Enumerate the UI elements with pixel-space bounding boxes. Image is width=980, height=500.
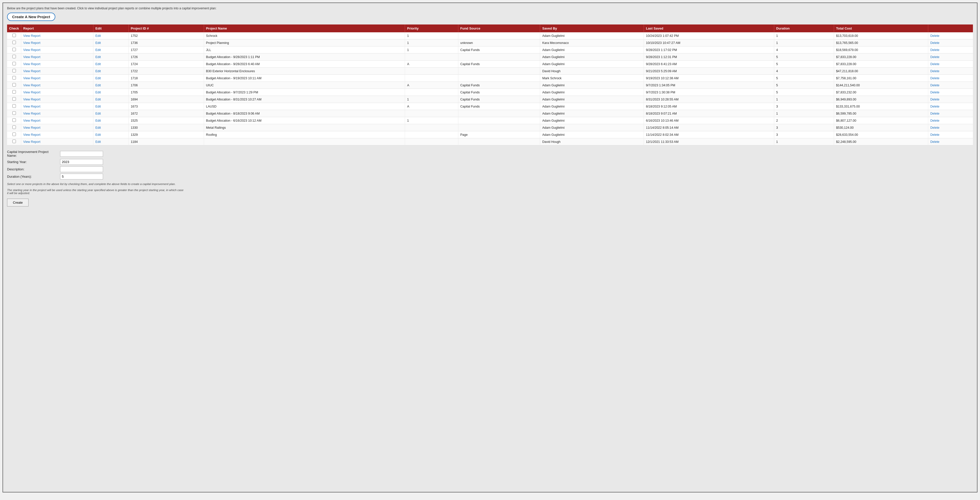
view-report-link[interactable]: View Report [23, 48, 40, 52]
edit-link[interactable]: Edit [95, 112, 101, 115]
delete-link[interactable]: Delete [930, 133, 939, 137]
row-checkbox-1694[interactable] [13, 97, 16, 101]
row-checkbox-1752[interactable] [13, 33, 16, 37]
edit-link[interactable]: Edit [95, 105, 101, 108]
view-report-link[interactable]: View Report [23, 76, 40, 80]
col-check: Check [7, 24, 21, 32]
row-fund-source [458, 68, 540, 75]
row-total-cost: $2,248,595.00 [834, 138, 928, 145]
view-report-link[interactable]: View Report [23, 140, 40, 144]
row-project-name: Budget Allocation - 9/28/2023 6:40 AM [204, 60, 405, 68]
row-checkbox-1706[interactable] [13, 83, 16, 87]
create-cip-button[interactable]: Create [7, 198, 29, 206]
create-new-project-button[interactable]: Create A New Project [7, 13, 55, 21]
edit-link[interactable]: Edit [95, 126, 101, 130]
cip-name-input[interactable] [60, 151, 103, 157]
edit-link[interactable]: Edit [95, 119, 101, 122]
cip-name-row: Capital Improvement Project Name: [7, 150, 973, 157]
row-fund-source: unknown [458, 40, 540, 46]
row-delete-cell: Delete [928, 60, 973, 68]
row-project-name: LAUSD [204, 103, 405, 110]
delete-link[interactable]: Delete [930, 126, 939, 130]
row-last-saved: 9/7/2023 1:30:38 PM [644, 89, 774, 96]
delete-link[interactable]: Delete [930, 62, 939, 66]
row-priority [405, 75, 458, 82]
row-checkbox-1726[interactable] [13, 55, 16, 58]
view-report-link[interactable]: View Report [23, 70, 40, 73]
edit-link[interactable]: Edit [95, 48, 101, 52]
row-checkbox-1184[interactable] [13, 140, 16, 143]
row-checkbox-1736[interactable] [13, 41, 16, 44]
delete-link[interactable]: Delete [930, 41, 939, 44]
row-checkbox-1525[interactable] [13, 118, 16, 122]
row-project-id: 1184 [129, 138, 204, 145]
view-report-link[interactable]: View Report [23, 119, 40, 122]
row-saved-by: David Hough [540, 138, 644, 145]
delete-link[interactable]: Delete [930, 76, 939, 80]
description-input[interactable] [60, 166, 103, 172]
view-report-link[interactable]: View Report [23, 84, 40, 87]
delete-link[interactable]: Delete [930, 140, 939, 144]
row-checkbox-1673[interactable] [13, 104, 16, 108]
delete-link[interactable]: Delete [930, 112, 939, 115]
view-report-link[interactable]: View Report [23, 34, 40, 38]
row-total-cost: $133,331,675.00 [834, 103, 928, 110]
row-checkbox-1724[interactable] [13, 62, 16, 65]
row-checkbox-1727[interactable] [13, 48, 16, 51]
edit-link[interactable]: Edit [95, 133, 101, 137]
edit-link[interactable]: Edit [95, 41, 101, 44]
row-total-cost: $6,807,127.00 [834, 117, 928, 124]
edit-link[interactable]: Edit [95, 98, 101, 101]
view-report-link[interactable]: View Report [23, 41, 40, 44]
view-report-link[interactable]: View Report [23, 90, 40, 94]
view-report-link[interactable]: View Report [23, 98, 40, 101]
row-saved-by: Adam Guglielmi [540, 117, 644, 124]
edit-link[interactable]: Edit [95, 34, 101, 38]
duration-input[interactable] [60, 174, 103, 179]
starting-year-input[interactable] [60, 159, 103, 165]
row-total-cost: $7,833,232.00 [834, 89, 928, 96]
row-project-id: 1752 [129, 32, 204, 40]
delete-link[interactable]: Delete [930, 98, 939, 101]
row-delete-cell: Delete [928, 32, 973, 40]
row-checkbox-cell [7, 138, 21, 145]
view-report-link[interactable]: View Report [23, 105, 40, 108]
delete-link[interactable]: Delete [930, 55, 939, 59]
delete-link[interactable]: Delete [930, 34, 939, 38]
delete-link[interactable]: Delete [930, 105, 939, 108]
view-report-link[interactable]: View Report [23, 112, 40, 115]
row-checkbox-1722[interactable] [13, 69, 16, 73]
edit-link[interactable]: Edit [95, 55, 101, 59]
edit-link[interactable]: Edit [95, 90, 101, 94]
edit-link[interactable]: Edit [95, 84, 101, 87]
view-report-link[interactable]: View Report [23, 133, 40, 137]
row-duration: 3 [774, 124, 834, 131]
delete-link[interactable]: Delete [930, 70, 939, 73]
row-checkbox-cell [7, 117, 21, 124]
table-row: View Report Edit 1672 Budget Allocation … [7, 110, 973, 117]
table-row: View Report Edit 1525 Budget Allocation … [7, 117, 973, 124]
row-checkbox-1672[interactable] [13, 111, 16, 115]
row-checkbox-1329[interactable] [13, 132, 16, 136]
delete-link[interactable]: Delete [930, 119, 939, 122]
edit-link[interactable]: Edit [95, 70, 101, 73]
view-report-link[interactable]: View Report [23, 55, 40, 59]
row-delete-cell: Delete [928, 54, 973, 60]
table-row: View Report Edit 1727 JLL 1 Capital Fund… [7, 46, 973, 54]
row-total-cost: $6,949,893.00 [834, 96, 928, 103]
row-project-name: Budget Allocation - 9/28/2023 1:11 PM [204, 54, 405, 60]
row-checkbox-1718[interactable] [13, 76, 16, 79]
row-checkbox-1705[interactable] [13, 90, 16, 94]
delete-link[interactable]: Delete [930, 48, 939, 52]
edit-link[interactable]: Edit [95, 62, 101, 66]
row-fund-source [458, 138, 540, 145]
row-checkbox-1330[interactable] [13, 125, 16, 129]
delete-link[interactable]: Delete [930, 90, 939, 94]
view-report-link[interactable]: View Report [23, 62, 40, 66]
row-last-saved: 6/16/2023 10:13:46 AM [644, 117, 774, 124]
delete-link[interactable]: Delete [930, 84, 939, 87]
view-report-link[interactable]: View Report [23, 126, 40, 130]
row-edit-cell: Edit [93, 82, 129, 89]
edit-link[interactable]: Edit [95, 76, 101, 80]
edit-link[interactable]: Edit [95, 140, 101, 144]
